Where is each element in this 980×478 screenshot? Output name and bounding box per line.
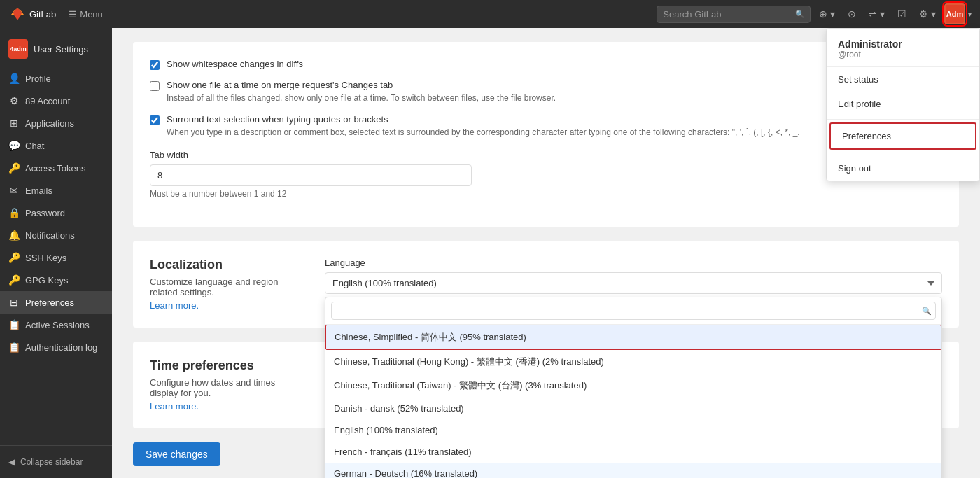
search-bar[interactable]: 🔍 <box>657 6 811 23</box>
save-changes-button[interactable]: Save changes <box>133 442 220 466</box>
sidebar-item-auth-log[interactable]: 📋 Authentication log <box>0 336 112 358</box>
localization-desc: Customize language and region related se… <box>150 276 304 297</box>
time-preferences-desc: Configure how dates and times display fo… <box>150 377 304 398</box>
user-dropdown-divider <box>827 119 979 120</box>
sidebar-item-emails[interactable]: ✉ Emails <box>0 179 112 202</box>
sign-out-item[interactable]: Sign out <box>827 156 979 181</box>
lang-option-zh-tw[interactable]: Chinese, Traditional (Taiwan) - 繁體中文 (台灣… <box>326 374 941 398</box>
applications-icon: ⊞ <box>8 118 20 129</box>
user-dropdown-handle: @root <box>838 50 968 59</box>
sidebar-header: 4adm User Settings <box>0 34 112 67</box>
user-menu-arrow[interactable]: ▾ <box>965 8 974 21</box>
active-sessions-icon: 📋 <box>8 319 20 330</box>
sidebar-title: User Settings <box>34 44 88 55</box>
lang-option-zh-hk[interactable]: Chinese, Traditional (Hong Kong) - 繁體中文 … <box>326 350 941 374</box>
auth-log-icon: 📋 <box>8 342 20 353</box>
localization-learn-more[interactable]: Learn more. <box>150 300 199 311</box>
sidebar-bottom: ◀ Collapse sidebar <box>0 445 112 478</box>
user-dropdown-header: Administrator @root <box>827 29 979 67</box>
surround-checkbox-row: Surround text selection when typing quot… <box>150 114 942 139</box>
tab-width-input[interactable] <box>150 164 472 186</box>
localization-description: Localization Customize language and regi… <box>150 258 304 311</box>
user-avatar-wrap[interactable]: Adm ▾ <box>944 3 974 24</box>
one-file-checkbox-row: Show one file at a time on merge request… <box>150 80 942 104</box>
search-input[interactable] <box>657 6 811 23</box>
ssh-keys-icon: 🔑 <box>8 252 20 263</box>
emails-icon: ✉ <box>8 185 20 196</box>
issues-button[interactable]: ⊙ <box>842 4 862 24</box>
notifications-icon: 🔔 <box>8 230 20 241</box>
language-search-input[interactable] <box>331 302 936 320</box>
tab-width-label: Tab width <box>150 150 472 160</box>
sidebar-item-applications[interactable]: ⊞ Applications <box>0 112 112 134</box>
sidebar-item-account[interactable]: ⚙ 89 Account <box>0 90 112 112</box>
surround-desc: When you type in a description or commen… <box>167 126 800 139</box>
lang-option-zh-cn[interactable]: Chinese, Simplified - 简体中文 (95% translat… <box>326 325 941 350</box>
user-avatar[interactable]: Adm <box>944 3 965 24</box>
time-preferences-description: Time preferences Configure how dates and… <box>150 358 304 412</box>
access-tokens-icon: 🔑 <box>8 162 20 174</box>
sidebar-item-chat[interactable]: 💬 Chat <box>0 134 112 157</box>
search-icon: 🔍 <box>795 10 805 19</box>
surround-label[interactable]: Surround text selection when typing quot… <box>167 114 388 125</box>
nav-icon-group: ⊕ ▾ ⊙ ⇌ ▾ ☑ ⚙ ▾ <box>813 4 941 24</box>
chat-icon: 💬 <box>8 140 20 151</box>
localization-section: Localization Customize language and regi… <box>133 241 959 328</box>
collapse-icon: ◀ <box>8 457 15 467</box>
gpg-keys-icon: 🔑 <box>8 274 20 286</box>
gitlab-logo[interactable]: GitLab <box>6 6 60 22</box>
preferences-item[interactable]: Preferences <box>830 122 976 150</box>
sidebar-item-password[interactable]: 🔒 Password <box>0 202 112 224</box>
sidebar-item-profile[interactable]: 👤 Profile <box>0 67 112 90</box>
lang-option-de[interactable]: German - Deutsch (16% translated) <box>326 463 941 478</box>
language-search-wrap: 🔍 <box>326 297 941 325</box>
sidebar-item-preferences[interactable]: ⊟ Preferences <box>0 291 112 314</box>
user-dropdown-divider-2 <box>827 153 979 153</box>
password-icon: 🔒 <box>8 207 20 218</box>
time-preferences-title: Time preferences <box>150 358 304 373</box>
sidebar-avatar: 4adm <box>8 39 28 59</box>
user-dropdown-menu: Administrator @root Set status Edit prof… <box>826 28 980 181</box>
todo-button[interactable]: ☑ <box>892 4 912 24</box>
language-search-icon: 🔍 <box>922 307 932 316</box>
sidebar-item-active-sessions[interactable]: 📋 Active Sessions <box>0 314 112 336</box>
language-field-group: Language English (100% translated) 🔍 Chi… <box>325 258 942 294</box>
menu-button[interactable]: ☰ Menu <box>63 6 108 22</box>
whitespace-checkbox-row: Show whitespace changes in diffs <box>150 59 942 70</box>
set-status-item[interactable]: Set status <box>827 67 979 92</box>
tab-width-group: Tab width Must be a number between 1 and… <box>150 150 472 199</box>
hamburger-icon: ☰ <box>69 9 77 20</box>
top-navigation: GitLab ☰ Menu 🔍 ⊕ ▾ ⊙ ⇌ ▾ ☑ ⚙ ▾ Adm ▾ <box>0 0 980 28</box>
profile-icon: 👤 <box>8 73 20 84</box>
localization-fields: Language English (100% translated) 🔍 Chi… <box>325 258 942 311</box>
language-list: Chinese, Simplified - 简体中文 (95% translat… <box>326 325 941 478</box>
lang-option-en[interactable]: English (100% translated) <box>326 419 941 441</box>
merge-requests-button[interactable]: ⇌ ▾ <box>863 4 890 24</box>
time-preferences-learn-more[interactable]: Learn more. <box>150 401 199 412</box>
collapse-sidebar-button[interactable]: ◀ Collapse sidebar <box>0 451 112 472</box>
lang-option-fr[interactable]: French - français (11% translated) <box>326 441 941 463</box>
one-file-label[interactable]: Show one file at a time on merge request… <box>167 80 393 90</box>
language-select[interactable]: English (100% translated) <box>325 272 942 294</box>
preferences-icon: ⊟ <box>8 297 20 308</box>
whitespace-label[interactable]: Show whitespace changes in diffs <box>167 59 303 69</box>
create-button[interactable]: ⊕ ▾ <box>813 4 841 24</box>
language-label: Language <box>325 258 942 268</box>
sidebar-item-ssh-keys[interactable]: 🔑 SSH Keys <box>0 246 112 269</box>
gitlab-wordmark: GitLab <box>29 9 56 20</box>
help-button[interactable]: ⚙ ▾ <box>913 4 941 24</box>
sidebar-item-gpg-keys[interactable]: 🔑 GPG Keys <box>0 269 112 291</box>
sidebar-item-access-tokens[interactable]: 🔑 Access Tokens <box>0 157 112 179</box>
user-dropdown-name: Administrator <box>838 38 968 50</box>
localization-title: Localization <box>150 258 304 272</box>
edit-profile-item[interactable]: Edit profile <box>827 92 979 116</box>
one-file-checkbox[interactable] <box>150 81 160 91</box>
tab-width-hint: Must be a number between 1 and 12 <box>150 189 472 199</box>
sidebar: 4adm User Settings 👤 Profile ⚙ 89 Accoun… <box>0 28 112 478</box>
whitespace-checkbox[interactable] <box>150 60 160 70</box>
lang-option-da[interactable]: Danish - dansk (52% translated) <box>326 398 941 419</box>
surround-checkbox[interactable] <box>150 115 160 125</box>
language-dropdown-list: 🔍 Chinese, Simplified - 简体中文 (95% transl… <box>325 297 942 478</box>
sidebar-item-notifications[interactable]: 🔔 Notifications <box>0 224 112 246</box>
one-file-desc: Instead of all the files changed, show o… <box>167 92 556 104</box>
